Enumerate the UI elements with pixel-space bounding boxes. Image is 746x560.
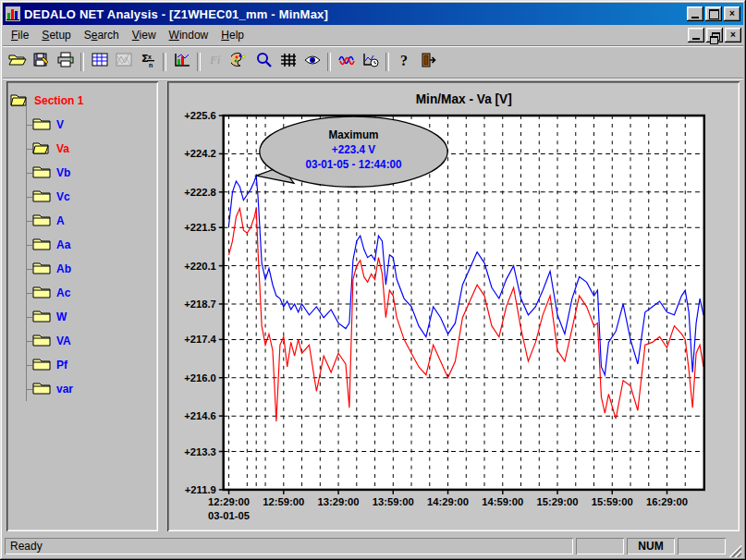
folder-closed-icon [32,333,51,349]
tree-branch-line [26,221,32,222]
y-axis-label: +214.6 [184,410,216,421]
minimize-button[interactable] [687,6,703,21]
font-icon: Fi [207,52,226,72]
mdi-restore-button[interactable] [706,28,723,43]
menu-bar: FileSetupSearchViewWindowHelp × [3,25,743,46]
mdi-minimize-button[interactable] [688,28,704,43]
palette-icon [231,52,250,72]
close-button[interactable]: × [724,6,740,21]
tree-item-pf[interactable]: Pf [10,353,154,377]
tree-item-label: var [56,383,73,396]
toolbar-button-chart-clock[interactable] [359,51,382,73]
toolbar-button-save[interactable] [30,51,53,73]
tree-item-label: Va [56,142,69,155]
toolbar: ΣxnFi? [3,46,743,79]
menu-item-setup[interactable]: Setup [35,26,77,44]
y-axis-label: +220.1 [184,260,216,271]
x-axis-label: 14:59:00 [482,496,523,507]
toolbar-button-waves[interactable] [335,51,358,73]
mdi-close-button[interactable]: × [725,28,741,43]
mdi-minimize-icon [692,38,700,40]
tree-item-va[interactable]: VA [10,329,154,353]
grid-icon [279,52,298,72]
menu-item-window[interactable]: Window [163,26,215,44]
menu-item-view[interactable]: View [126,26,163,44]
toolbar-button-table[interactable] [88,51,111,73]
maximize-button[interactable] [705,6,722,21]
toolbar-separator [197,53,201,71]
tree-item-section-1[interactable]: Section 1 [10,89,154,113]
title-bar[interactable]: DEDALO NET Analysis - [Z1WHEC01_mm - Min… [3,3,743,25]
tree-item-ac[interactable]: Ac [10,281,154,305]
tree-item-vc[interactable]: Vc [10,185,154,209]
tree-item-va[interactable]: Va [10,137,154,161]
tree-branch-line [26,245,32,246]
menu-item-file[interactable]: File [5,26,35,44]
svg-text:?: ? [400,53,408,68]
minimize-icon [691,17,699,18]
sigma-icon: Σxn [139,52,157,72]
pane-splitter[interactable] [162,81,164,531]
toolbar-button-chart-colored[interactable] [170,51,193,73]
tree-item-label: Aa [56,238,70,251]
toolbar-button-chart-lines [112,51,135,73]
tree-item-aa[interactable]: Aa [10,233,154,257]
measurement-tree: Section 1VVaVbVcAAaAbAcWVAPfvar [10,89,154,401]
x-axis-label: 14:29:00 [427,496,469,507]
folder-closed-icon [32,189,51,205]
save-icon [32,52,51,72]
y-axis-label: +211.9 [185,484,216,495]
tree-branch-line [26,293,32,294]
toolbar-button-eye[interactable] [300,51,324,73]
tree-item-vb[interactable]: Vb [10,161,154,185]
toolbar-button-print[interactable] [54,51,77,73]
tree-branch-line [26,125,32,126]
annotation-value: +223.4 V [332,143,375,156]
menu-item-help[interactable]: Help [214,26,251,44]
folder-open-icon [32,140,51,157]
tree-item-label: VA [56,335,71,347]
y-axis-label: +221.5 [184,222,216,233]
status-message: Ready [5,538,573,554]
tree-item-ab[interactable]: Ab [10,257,154,281]
tree-branch-line [26,269,32,270]
app-window: DEDALO NET Analysis - [Z1WHEC01_mm - Min… [0,0,746,560]
help-icon: ? [396,52,414,72]
folder-closed-icon [32,309,51,325]
folder-closed-icon [32,261,51,277]
status-bar: Ready NUM [3,533,743,557]
close-icon: × [729,9,735,18]
tree-branch-line [26,317,32,318]
tree-branch-line [26,389,32,390]
folder-closed-icon [32,381,51,397]
folder-closed-icon [32,116,51,133]
toolbar-button-font: Fi [204,51,227,73]
toolbar-button-grid[interactable] [276,51,300,73]
svg-text:Fi: Fi [209,54,221,67]
tree-item-label: Ab [56,262,71,275]
x-axis-label: 12:59:00 [263,496,304,507]
tree-item-label: Pf [56,359,67,371]
toolbar-button-help[interactable]: ? [393,51,416,73]
tree-item-w[interactable]: W [10,305,154,329]
tree-item-v[interactable]: V [10,113,154,137]
maximize-icon [709,9,719,19]
tree-item-label: Section 1 [34,94,83,107]
tree-item-var[interactable]: var [10,377,154,401]
resize-grip[interactable] [728,544,741,557]
annotation-datetime: 03-01-05 - 12:44:00 [305,158,402,171]
toolbar-button-sigma[interactable]: Σxn [136,51,159,73]
toolbar-button-open-folder[interactable] [6,51,29,73]
y-axis-label: +224.2 [184,148,216,159]
toolbar-button-zoom[interactable] [252,51,275,73]
toolbar-button-palette[interactable] [228,51,251,73]
x-axis-label: 16:29:00 [646,496,688,507]
tree-item-a[interactable]: A [10,209,154,233]
menu-item-search[interactable]: Search [78,26,126,44]
tree-branch-line [26,197,32,198]
eye-icon [303,52,322,72]
minmax-chart[interactable]: Min/Max - Va [V]+225.6+224.2+222.8+221.5… [171,85,736,528]
y-axis-label: +225.6 [184,110,216,121]
toolbar-button-exit[interactable] [417,51,440,73]
table-icon [91,52,109,72]
